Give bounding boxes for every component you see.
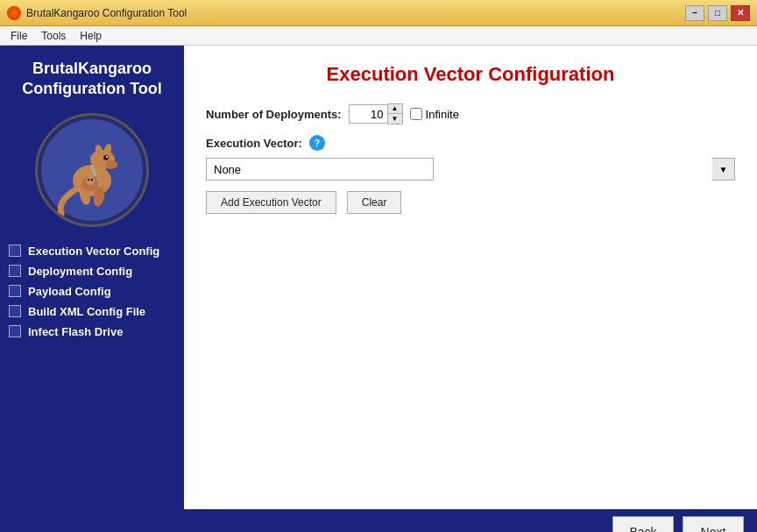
menu-file[interactable]: File (4, 28, 34, 44)
content-title: Execution Vector Configuration (206, 63, 735, 86)
menu-tools[interactable]: Tools (34, 28, 73, 44)
main-layout: BrutalKangarooConfiguration Tool (0, 46, 757, 509)
deployments-spinner: ▲ ▼ (349, 103, 403, 124)
nav-checkbox-build-xml[interactable] (9, 305, 21, 317)
spinner-buttons: ▲ ▼ (388, 103, 403, 124)
execution-vector-dropdown[interactable]: None (206, 158, 434, 181)
help-icon[interactable]: ? (309, 135, 325, 151)
sidebar-item-payload[interactable]: Payload Config (9, 285, 175, 298)
menu-bar: File Tools Help (0, 26, 757, 46)
next-button[interactable]: Next (683, 516, 744, 532)
spinner-up[interactable]: ▲ (388, 104, 402, 114)
sidebar-item-execution-vector[interactable]: Execution Vector Config (9, 245, 175, 258)
menu-help[interactable]: Help (73, 28, 109, 44)
spinner-down[interactable]: ▼ (388, 114, 402, 124)
sidebar-item-label-execution: Execution Vector Config (28, 245, 159, 258)
svg-point-6 (103, 155, 109, 160)
close-button[interactable]: ✕ (731, 5, 750, 21)
minimize-button[interactable]: – (685, 5, 704, 21)
sidebar-nav: Execution Vector Config Deployment Confi… (9, 245, 175, 338)
title-bar-controls: – □ ✕ (685, 5, 750, 21)
bottom-area: Back Next (0, 509, 757, 532)
deployments-row: Number of Deployments: ▲ ▼ Infinite (206, 103, 735, 124)
clear-button[interactable]: Clear (347, 191, 402, 214)
execution-vector-label-row: Execution Vector: ? (206, 135, 735, 151)
nav-checkbox-execution[interactable] (9, 245, 21, 257)
sidebar-item-label-deployment: Deployment Config (28, 265, 132, 278)
title-bar: BrutalKangaroo Configuration Tool – □ ✕ (0, 0, 757, 26)
sidebar-item-deployment[interactable]: Deployment Config (9, 265, 175, 278)
deployments-input[interactable] (349, 104, 388, 124)
nav-checkbox-payload[interactable] (9, 285, 21, 297)
kangaroo-illustration (39, 117, 145, 223)
button-row: Add Execution Vector Clear (206, 191, 735, 214)
title-bar-left: BrutalKangaroo Configuration Tool (7, 6, 187, 20)
execution-vector-label: Execution Vector: (206, 137, 302, 150)
svg-point-15 (88, 178, 90, 181)
sidebar-item-infect-flash[interactable]: Infect Flash Drive (9, 325, 175, 338)
svg-point-16 (91, 178, 94, 181)
nav-checkbox-infect-flash[interactable] (9, 325, 21, 337)
content-footer (206, 228, 735, 492)
title-bar-text: BrutalKangaroo Configuration Tool (26, 7, 187, 19)
svg-point-7 (106, 156, 108, 158)
sidebar-item-label-payload: Payload Config (28, 285, 111, 298)
sidebar-title: BrutalKangarooConfiguration Tool (22, 59, 162, 100)
sidebar-item-label-infect-flash: Infect Flash Drive (28, 325, 123, 338)
deployments-label: Number of Deployments: (206, 108, 342, 121)
infinite-checkbox[interactable] (410, 108, 422, 120)
app-icon (7, 6, 21, 20)
dropdown-container: None ▼ (206, 158, 735, 181)
svg-point-14 (86, 176, 95, 185)
infinite-label: Infinite (426, 108, 459, 121)
svg-point-3 (105, 160, 117, 169)
maximize-button[interactable]: □ (708, 5, 727, 21)
sidebar-item-label-build-xml: Build XML Config File (28, 305, 145, 318)
add-execution-vector-button[interactable]: Add Execution Vector (206, 191, 336, 214)
back-button[interactable]: Back (612, 516, 674, 532)
sidebar-item-build-xml[interactable]: Build XML Config File (9, 305, 175, 318)
dropdown-arrow-icon: ▼ (712, 158, 735, 181)
infinite-container: Infinite (410, 108, 459, 121)
sidebar: BrutalKangarooConfiguration Tool (0, 46, 184, 509)
sidebar-logo (35, 113, 149, 227)
content-area: Execution Vector Configuration Number of… (184, 46, 757, 509)
navigation-buttons: Back Next (612, 516, 744, 532)
nav-checkbox-deployment[interactable] (9, 265, 21, 277)
